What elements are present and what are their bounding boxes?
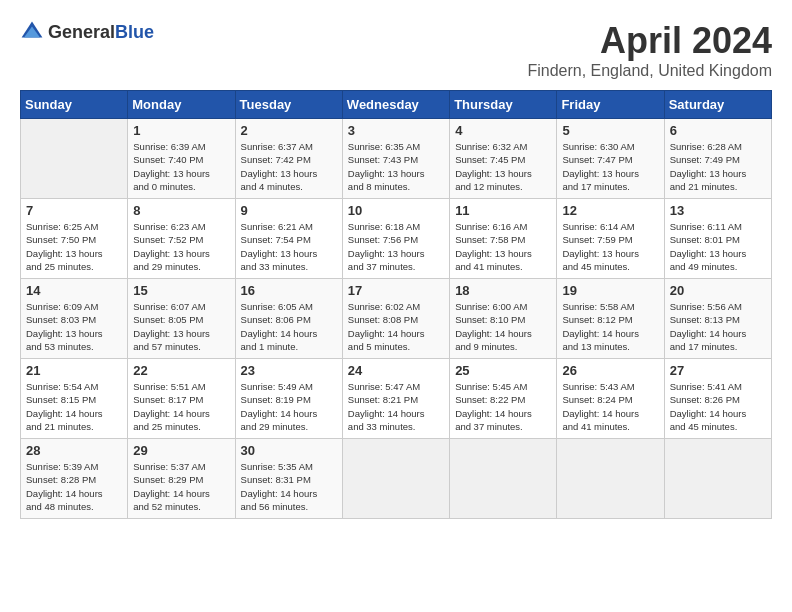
calendar-cell: 2Sunrise: 6:37 AM Sunset: 7:42 PM Daylig… (235, 119, 342, 199)
calendar-cell: 28Sunrise: 5:39 AM Sunset: 8:28 PM Dayli… (21, 439, 128, 519)
calendar-cell: 5Sunrise: 6:30 AM Sunset: 7:47 PM Daylig… (557, 119, 664, 199)
day-number: 11 (455, 203, 551, 218)
day-info: Sunrise: 6:14 AM Sunset: 7:59 PM Dayligh… (562, 220, 658, 273)
logo-text: GeneralBlue (48, 22, 154, 43)
calendar-cell: 4Sunrise: 6:32 AM Sunset: 7:45 PM Daylig… (450, 119, 557, 199)
weekday-header-monday: Monday (128, 91, 235, 119)
calendar-cell: 18Sunrise: 6:00 AM Sunset: 8:10 PM Dayli… (450, 279, 557, 359)
calendar-week-5: 28Sunrise: 5:39 AM Sunset: 8:28 PM Dayli… (21, 439, 772, 519)
calendar-week-2: 7Sunrise: 6:25 AM Sunset: 7:50 PM Daylig… (21, 199, 772, 279)
day-number: 26 (562, 363, 658, 378)
calendar-cell: 1Sunrise: 6:39 AM Sunset: 7:40 PM Daylig… (128, 119, 235, 199)
calendar-cell: 16Sunrise: 6:05 AM Sunset: 8:06 PM Dayli… (235, 279, 342, 359)
day-number: 9 (241, 203, 337, 218)
calendar-cell: 30Sunrise: 5:35 AM Sunset: 8:31 PM Dayli… (235, 439, 342, 519)
weekday-header-wednesday: Wednesday (342, 91, 449, 119)
calendar-cell (21, 119, 128, 199)
day-number: 17 (348, 283, 444, 298)
title-block: April 2024 Findern, England, United King… (527, 20, 772, 80)
calendar-cell: 27Sunrise: 5:41 AM Sunset: 8:26 PM Dayli… (664, 359, 771, 439)
day-number: 30 (241, 443, 337, 458)
day-number: 14 (26, 283, 122, 298)
day-number: 10 (348, 203, 444, 218)
logo-general: General (48, 22, 115, 42)
day-info: Sunrise: 5:43 AM Sunset: 8:24 PM Dayligh… (562, 380, 658, 433)
calendar-header: SundayMondayTuesdayWednesdayThursdayFrid… (21, 91, 772, 119)
day-info: Sunrise: 5:37 AM Sunset: 8:29 PM Dayligh… (133, 460, 229, 513)
calendar-cell: 10Sunrise: 6:18 AM Sunset: 7:56 PM Dayli… (342, 199, 449, 279)
day-number: 19 (562, 283, 658, 298)
day-number: 18 (455, 283, 551, 298)
day-info: Sunrise: 5:54 AM Sunset: 8:15 PM Dayligh… (26, 380, 122, 433)
day-info: Sunrise: 5:58 AM Sunset: 8:12 PM Dayligh… (562, 300, 658, 353)
calendar-cell: 19Sunrise: 5:58 AM Sunset: 8:12 PM Dayli… (557, 279, 664, 359)
calendar-cell: 25Sunrise: 5:45 AM Sunset: 8:22 PM Dayli… (450, 359, 557, 439)
calendar-cell: 14Sunrise: 6:09 AM Sunset: 8:03 PM Dayli… (21, 279, 128, 359)
day-number: 12 (562, 203, 658, 218)
calendar-cell: 12Sunrise: 6:14 AM Sunset: 7:59 PM Dayli… (557, 199, 664, 279)
calendar-cell: 15Sunrise: 6:07 AM Sunset: 8:05 PM Dayli… (128, 279, 235, 359)
day-number: 25 (455, 363, 551, 378)
day-info: Sunrise: 6:00 AM Sunset: 8:10 PM Dayligh… (455, 300, 551, 353)
calendar-cell (342, 439, 449, 519)
day-number: 2 (241, 123, 337, 138)
calendar-body: 1Sunrise: 6:39 AM Sunset: 7:40 PM Daylig… (21, 119, 772, 519)
day-number: 3 (348, 123, 444, 138)
day-info: Sunrise: 6:30 AM Sunset: 7:47 PM Dayligh… (562, 140, 658, 193)
day-info: Sunrise: 5:51 AM Sunset: 8:17 PM Dayligh… (133, 380, 229, 433)
weekday-header-thursday: Thursday (450, 91, 557, 119)
weekday-header-sunday: Sunday (21, 91, 128, 119)
day-info: Sunrise: 6:11 AM Sunset: 8:01 PM Dayligh… (670, 220, 766, 273)
day-info: Sunrise: 6:25 AM Sunset: 7:50 PM Dayligh… (26, 220, 122, 273)
day-info: Sunrise: 5:47 AM Sunset: 8:21 PM Dayligh… (348, 380, 444, 433)
day-number: 6 (670, 123, 766, 138)
calendar-cell (557, 439, 664, 519)
calendar-cell: 6Sunrise: 6:28 AM Sunset: 7:49 PM Daylig… (664, 119, 771, 199)
day-info: Sunrise: 6:32 AM Sunset: 7:45 PM Dayligh… (455, 140, 551, 193)
day-info: Sunrise: 6:07 AM Sunset: 8:05 PM Dayligh… (133, 300, 229, 353)
day-info: Sunrise: 6:05 AM Sunset: 8:06 PM Dayligh… (241, 300, 337, 353)
logo: GeneralBlue (20, 20, 154, 44)
calendar-cell: 22Sunrise: 5:51 AM Sunset: 8:17 PM Dayli… (128, 359, 235, 439)
calendar-cell: 24Sunrise: 5:47 AM Sunset: 8:21 PM Dayli… (342, 359, 449, 439)
calendar-cell: 29Sunrise: 5:37 AM Sunset: 8:29 PM Dayli… (128, 439, 235, 519)
calendar-week-3: 14Sunrise: 6:09 AM Sunset: 8:03 PM Dayli… (21, 279, 772, 359)
location-title: Findern, England, United Kingdom (527, 62, 772, 80)
day-info: Sunrise: 6:09 AM Sunset: 8:03 PM Dayligh… (26, 300, 122, 353)
calendar-cell: 26Sunrise: 5:43 AM Sunset: 8:24 PM Dayli… (557, 359, 664, 439)
calendar-cell: 17Sunrise: 6:02 AM Sunset: 8:08 PM Dayli… (342, 279, 449, 359)
day-info: Sunrise: 5:39 AM Sunset: 8:28 PM Dayligh… (26, 460, 122, 513)
day-info: Sunrise: 6:18 AM Sunset: 7:56 PM Dayligh… (348, 220, 444, 273)
day-number: 29 (133, 443, 229, 458)
calendar-cell: 9Sunrise: 6:21 AM Sunset: 7:54 PM Daylig… (235, 199, 342, 279)
day-number: 21 (26, 363, 122, 378)
day-number: 1 (133, 123, 229, 138)
calendar-cell: 23Sunrise: 5:49 AM Sunset: 8:19 PM Dayli… (235, 359, 342, 439)
day-number: 7 (26, 203, 122, 218)
day-info: Sunrise: 6:16 AM Sunset: 7:58 PM Dayligh… (455, 220, 551, 273)
page-header: GeneralBlue April 2024 Findern, England,… (20, 20, 772, 80)
day-number: 15 (133, 283, 229, 298)
day-info: Sunrise: 6:37 AM Sunset: 7:42 PM Dayligh… (241, 140, 337, 193)
calendar-cell: 7Sunrise: 6:25 AM Sunset: 7:50 PM Daylig… (21, 199, 128, 279)
calendar-week-4: 21Sunrise: 5:54 AM Sunset: 8:15 PM Dayli… (21, 359, 772, 439)
calendar-cell (664, 439, 771, 519)
day-info: Sunrise: 6:02 AM Sunset: 8:08 PM Dayligh… (348, 300, 444, 353)
day-info: Sunrise: 6:28 AM Sunset: 7:49 PM Dayligh… (670, 140, 766, 193)
day-info: Sunrise: 6:35 AM Sunset: 7:43 PM Dayligh… (348, 140, 444, 193)
day-info: Sunrise: 6:21 AM Sunset: 7:54 PM Dayligh… (241, 220, 337, 273)
calendar-cell: 21Sunrise: 5:54 AM Sunset: 8:15 PM Dayli… (21, 359, 128, 439)
day-info: Sunrise: 5:49 AM Sunset: 8:19 PM Dayligh… (241, 380, 337, 433)
weekday-header-friday: Friday (557, 91, 664, 119)
calendar-cell (450, 439, 557, 519)
day-number: 20 (670, 283, 766, 298)
day-number: 28 (26, 443, 122, 458)
day-number: 27 (670, 363, 766, 378)
day-info: Sunrise: 5:35 AM Sunset: 8:31 PM Dayligh… (241, 460, 337, 513)
day-info: Sunrise: 6:23 AM Sunset: 7:52 PM Dayligh… (133, 220, 229, 273)
calendar-cell: 8Sunrise: 6:23 AM Sunset: 7:52 PM Daylig… (128, 199, 235, 279)
weekday-header-saturday: Saturday (664, 91, 771, 119)
day-number: 4 (455, 123, 551, 138)
calendar-cell: 13Sunrise: 6:11 AM Sunset: 8:01 PM Dayli… (664, 199, 771, 279)
day-info: Sunrise: 5:56 AM Sunset: 8:13 PM Dayligh… (670, 300, 766, 353)
